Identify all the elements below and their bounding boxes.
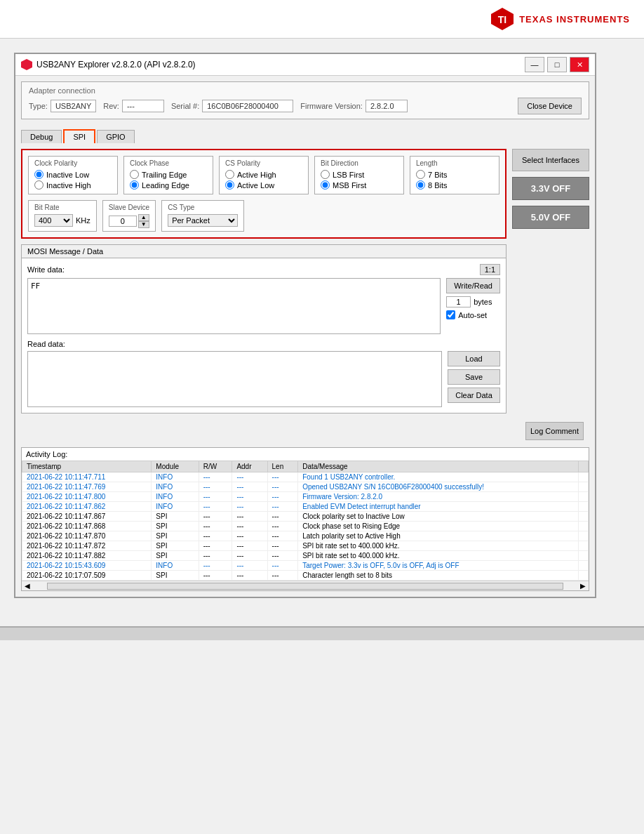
inactive-high-radio[interactable] <box>34 180 43 190</box>
adapter-fields: Type: USB2ANY Rev: --- Serial #: 16C0B06… <box>29 98 582 114</box>
log-cell-4: --- <box>267 482 298 492</box>
log-cell-3: --- <box>232 502 267 512</box>
log-cell-5: Latch polarity set to Active High <box>298 531 579 541</box>
cs-type-title: CS Type <box>168 204 238 211</box>
adapter-rev-value: --- <box>122 100 164 112</box>
auto-set-checkbox[interactable] <box>446 310 455 319</box>
active-high-radio[interactable] <box>225 170 234 179</box>
voltage-33-button[interactable]: 3.3V OFF <box>512 177 589 200</box>
clock-polarity-group: Clock Polarity Inactive Low Inactive Hig… <box>28 156 118 194</box>
slave-device-input[interactable] <box>109 216 137 227</box>
cs-polarity-group: CS Polarity Active High Active Low <box>219 156 309 194</box>
log-row: 2021-06-22 10:11:47.769INFO---------Open… <box>22 482 589 492</box>
write-read-button[interactable]: Write/Read <box>446 278 500 293</box>
bit-rate-unit: KHz <box>76 216 90 225</box>
log-cell-4: --- <box>267 492 298 502</box>
log-row: 2021-06-22 10:15:43.609INFO---------Targ… <box>22 561 589 571</box>
inactive-high-row: Inactive High <box>34 180 112 190</box>
log-cell-2: --- <box>199 492 232 502</box>
col-rw: R/W <box>199 461 232 472</box>
read-data-label: Read data: <box>27 340 500 348</box>
msb-first-label: MSB First <box>333 181 366 190</box>
trailing-edge-radio[interactable] <box>130 170 139 179</box>
read-data-textarea[interactable] <box>27 351 442 407</box>
tab-spi[interactable]: SPI <box>63 129 95 143</box>
inactive-low-radio[interactable] <box>34 170 43 179</box>
7bits-label: 7 Bits <box>428 171 448 179</box>
adapter-type-value: USB2ANY <box>51 100 96 112</box>
inactive-low-row: Inactive Low <box>34 170 112 179</box>
right-panel: Select Interfaces 3.3V OFF 5.0V OFF <box>512 149 589 413</box>
bytes-input[interactable] <box>446 296 471 307</box>
adapter-serial-group: Serial #: 16C0B06F28000400 <box>171 100 293 112</box>
scroll-track[interactable] <box>47 583 563 590</box>
log-cell-0: 2021-06-22 10:11:47.800 <box>22 492 152 502</box>
write-data-textarea[interactable]: FF <box>27 278 441 334</box>
lsb-first-label: LSB First <box>333 171 364 179</box>
log-row: 2021-06-22 10:11:47.711INFO---------Foun… <box>22 472 589 482</box>
mosi-write-area: FF Write/Read bytes Auto-s <box>27 278 500 334</box>
log-cell-2: --- <box>199 551 232 561</box>
tab-debug[interactable]: Debug <box>21 130 62 143</box>
adapter-connection-label: Adapter connection <box>29 86 582 95</box>
clear-data-button[interactable]: Clear Data <box>448 388 500 403</box>
log-cell-5: Found 1 USB2ANY controller. <box>298 472 579 482</box>
bytes-row: bytes <box>446 296 500 307</box>
7bits-radio[interactable] <box>416 170 425 179</box>
maximize-button[interactable]: □ <box>547 57 567 72</box>
log-cell-3: --- <box>232 571 267 581</box>
load-button[interactable]: Load <box>448 351 500 366</box>
adapter-firmware-label: Firmware Version: <box>300 102 363 110</box>
cs-type-select[interactable]: Per Packet Per Byte Manual <box>168 214 238 227</box>
select-interfaces-button[interactable]: Select Interfaces <box>512 149 589 171</box>
slave-increment-button[interactable]: ▲ <box>138 214 149 221</box>
lsb-first-row: LSB First <box>321 170 398 179</box>
voltage-50-button[interactable]: 5.0V OFF <box>512 206 589 229</box>
log-cell-4: --- <box>267 551 298 561</box>
log-cell-1: SPI <box>152 541 199 551</box>
log-cell-5: Opened USB2ANY S/N 16C0B06F28000400 succ… <box>298 482 579 492</box>
trailing-edge-label: Trailing Edge <box>142 171 187 179</box>
cs-polarity-title: CS Polarity <box>225 159 302 167</box>
clock-polarity-title: Clock Polarity <box>34 159 112 167</box>
leading-edge-radio[interactable] <box>130 180 139 190</box>
log-cell-3: --- <box>232 492 267 502</box>
length-title: Length <box>416 159 493 167</box>
close-device-button[interactable]: Close Device <box>518 98 582 114</box>
lsb-first-radio[interactable] <box>321 170 330 179</box>
log-cell-2: --- <box>199 561 232 571</box>
active-low-radio[interactable] <box>225 180 234 190</box>
tab-gpio[interactable]: GPIO <box>97 130 135 143</box>
log-cell-0: 2021-06-22 10:11:47.867 <box>22 512 152 522</box>
left-panel: Clock Polarity Inactive Low Inactive Hig… <box>21 149 507 413</box>
ti-brand-texas: TEXAS INSTRUMENTS <box>519 14 630 25</box>
length-group: Length 7 Bits 8 Bits <box>410 156 499 194</box>
col-scrollbar <box>579 461 589 472</box>
tabs-row: Debug SPI GPIO <box>15 125 595 143</box>
mosi-title: MOSI Message / Data <box>22 245 506 258</box>
log-cell-1: INFO <box>152 561 199 571</box>
8bits-radio[interactable] <box>416 180 425 190</box>
msb-first-radio[interactable] <box>321 180 330 190</box>
minimize-button[interactable]: — <box>525 57 544 72</box>
save-button[interactable]: Save <box>448 369 500 385</box>
close-button[interactable]: ✕ <box>570 57 589 72</box>
slave-decrement-button[interactable]: ▼ <box>138 221 149 228</box>
log-cell-4: --- <box>267 472 298 482</box>
log-cell-1: SPI <box>152 551 199 561</box>
mosi-section: MOSI Message / Data Write data: 1:1 FF W… <box>21 244 507 413</box>
slave-device-title: Slave Device <box>109 204 149 211</box>
activity-log-section: Activity Log: Timestamp Module R/W Addr … <box>21 447 589 591</box>
log-comment-button[interactable]: Log Comment <box>525 422 584 440</box>
col-module: Module <box>152 461 199 472</box>
auto-set-row: Auto-set <box>446 310 500 319</box>
log-row: 2021-06-22 10:11:47.868SPI---------Clock… <box>22 522 589 531</box>
adapter-serial-label: Serial #: <box>171 102 199 110</box>
bit-rate-select[interactable]: 400 100 200 1000 <box>34 214 73 227</box>
log-cell-0: 2021-06-22 10:11:47.769 <box>22 482 152 492</box>
read-section: Read data: Load Save Clear Data <box>27 340 500 407</box>
log-cell-5: Firmware Version: 2.8.2.0 <box>298 492 579 502</box>
leading-edge-label: Leading Edge <box>142 181 189 190</box>
horizontal-scrollbar[interactable]: ◀ ▶ <box>22 581 589 590</box>
log-row: 2021-06-22 10:11:47.882SPI---------SPI b… <box>22 551 589 561</box>
